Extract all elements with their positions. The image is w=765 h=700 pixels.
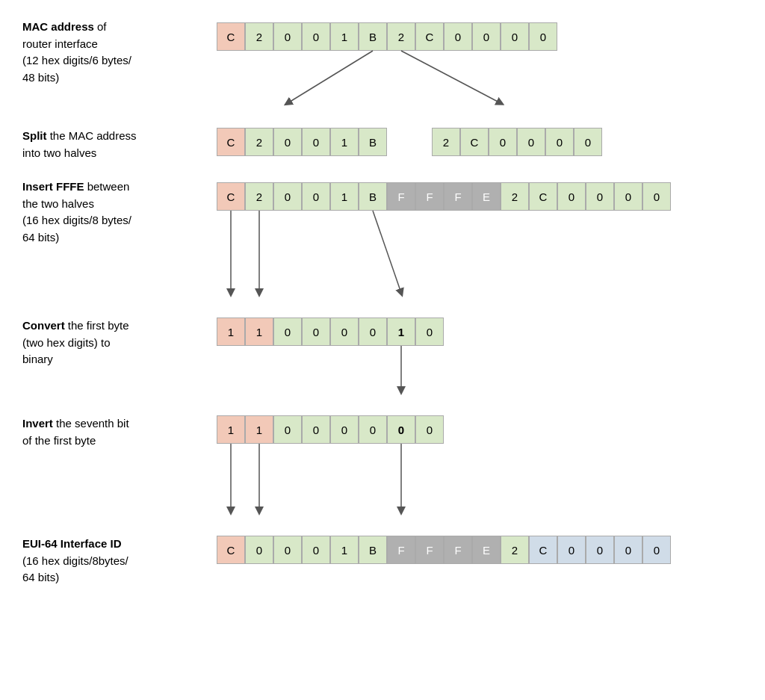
insert-diagram: C 2 0 0 1 B F F F E 2 C 0 0 0 0 bbox=[217, 175, 743, 300]
split-1: 1 bbox=[330, 128, 359, 156]
split-rc: C bbox=[460, 128, 489, 156]
section-invert: Invert the seventh bit of the first byte… bbox=[22, 412, 743, 518]
cell-0c: 0 bbox=[444, 22, 472, 51]
mac-split-arrows bbox=[217, 51, 590, 111]
invert-label-bold: Invert bbox=[22, 417, 53, 430]
cell-c1: C bbox=[217, 22, 245, 51]
ins-0f: 0 bbox=[642, 182, 671, 211]
inv-0d: 0 bbox=[359, 415, 387, 444]
inv-0b: 0 bbox=[302, 415, 330, 444]
split-right-row: 2 C 0 0 0 0 bbox=[432, 128, 602, 156]
conv-0a: 0 bbox=[273, 318, 302, 346]
cell-b: B bbox=[359, 22, 387, 51]
eui64-label-bold: EUI-64 Interface ID bbox=[22, 537, 122, 550]
inv-1a: 1 bbox=[217, 415, 245, 444]
eui-0b: 0 bbox=[273, 536, 302, 564]
section-mac: MAC address of router interface (12 hex … bbox=[22, 15, 743, 111]
invert-eui64-arrows bbox=[217, 444, 680, 518]
convert-hex-row: 1 1 0 0 0 0 1 0 bbox=[217, 318, 444, 346]
main-container: MAC address of router interface (12 hex … bbox=[22, 15, 743, 600]
split-0b: 0 bbox=[302, 128, 330, 156]
convert-label: Convert the first byte (two hex digits) … bbox=[22, 314, 202, 368]
split-b: B bbox=[359, 128, 387, 156]
mac-diagram: C 2 0 0 1 B 2 C 0 0 0 0 bbox=[217, 15, 743, 111]
split-label-bold: Split bbox=[22, 129, 47, 142]
cell-2b: 2 bbox=[387, 22, 415, 51]
inv-0a: 0 bbox=[273, 415, 302, 444]
conv-1b: 1 bbox=[245, 318, 273, 346]
ins-0b: 0 bbox=[302, 182, 330, 211]
eui-0g: 0 bbox=[642, 536, 671, 564]
ins-e: E bbox=[472, 182, 501, 211]
eui-0d: 0 bbox=[557, 536, 586, 564]
section-insert: Insert FFFE between the two halves (16 h… bbox=[22, 175, 743, 300]
ins-f2: F bbox=[415, 182, 444, 211]
mac-label: MAC address of router interface (12 hex … bbox=[22, 15, 202, 86]
conv-0d: 0 bbox=[359, 318, 387, 346]
conv-1a: 1 bbox=[217, 318, 245, 346]
convert-label-bold: Convert bbox=[22, 319, 65, 332]
conv-0c: 0 bbox=[330, 318, 359, 346]
ins-0d: 0 bbox=[586, 182, 614, 211]
split-label: Split the MAC address into two halves bbox=[22, 124, 202, 161]
cell-0e: 0 bbox=[501, 22, 529, 51]
eui-e: E bbox=[472, 536, 501, 564]
cell-2: 2 bbox=[245, 22, 273, 51]
inv-1b: 1 bbox=[245, 415, 273, 444]
eui-1: 1 bbox=[330, 536, 359, 564]
cell-0b: 0 bbox=[302, 22, 330, 51]
section-convert: Convert the first byte (two hex digits) … bbox=[22, 314, 743, 398]
eui-c: C bbox=[217, 536, 245, 564]
invert-diagram: 1 1 0 0 0 0 0 0 bbox=[217, 412, 743, 518]
cell-0f: 0 bbox=[529, 22, 557, 51]
split-r0c: 0 bbox=[545, 128, 574, 156]
split-diagram: C 2 0 0 1 B 2 C 0 0 0 0 bbox=[217, 124, 743, 156]
split-r0a: 0 bbox=[489, 128, 517, 156]
eui64-hex-row: C 0 0 0 1 B F F F E 2 C 0 0 0 0 bbox=[217, 536, 671, 564]
mac-hex-row: C 2 0 0 1 B 2 C 0 0 0 0 bbox=[217, 22, 557, 51]
invert-label: Invert the seventh bit of the first byte bbox=[22, 412, 202, 449]
ins-0c: 0 bbox=[557, 182, 586, 211]
svg-line-4 bbox=[373, 211, 401, 293]
insert-convert-arrows bbox=[217, 211, 680, 300]
ins-0e: 0 bbox=[614, 182, 642, 211]
split-r0b: 0 bbox=[517, 128, 545, 156]
ins-2: 2 bbox=[245, 182, 273, 211]
invert-hex-row: 1 1 0 0 0 0 0 0 bbox=[217, 415, 444, 444]
mac-label-bold: MAC address bbox=[22, 20, 94, 33]
split-0a: 0 bbox=[273, 128, 302, 156]
eui-f3: F bbox=[444, 536, 472, 564]
ins-0a: 0 bbox=[273, 182, 302, 211]
section-split: Split the MAC address into two halves C … bbox=[22, 124, 743, 161]
conv-1-bold: 1 bbox=[387, 318, 415, 346]
eui-cc: C bbox=[529, 536, 557, 564]
convert-invert-arrows bbox=[217, 346, 515, 398]
split-c: C bbox=[217, 128, 245, 156]
cell-0d: 0 bbox=[472, 22, 501, 51]
split-r0d: 0 bbox=[574, 128, 602, 156]
cell-1: 1 bbox=[330, 22, 359, 51]
conv-0e: 0 bbox=[415, 318, 444, 346]
svg-line-1 bbox=[401, 51, 501, 103]
insert-label: Insert FFFE between the two halves (16 h… bbox=[22, 175, 202, 246]
eui-b: B bbox=[359, 536, 387, 564]
conv-0b: 0 bbox=[302, 318, 330, 346]
eui-0e: 0 bbox=[586, 536, 614, 564]
inv-0-bold: 0 bbox=[387, 415, 415, 444]
ins-c: C bbox=[217, 182, 245, 211]
svg-line-0 bbox=[288, 51, 373, 103]
ins-f1: F bbox=[387, 182, 415, 211]
eui64-label: EUI-64 Interface ID (16 hex digits/8byte… bbox=[22, 532, 202, 586]
cell-cc: C bbox=[415, 22, 444, 51]
eui-0f: 0 bbox=[614, 536, 642, 564]
eui-2: 2 bbox=[501, 536, 529, 564]
insert-label-bold: Insert FFFE bbox=[22, 180, 84, 193]
ins-b: B bbox=[359, 182, 387, 211]
insert-hex-row: C 2 0 0 1 B F F F E 2 C 0 0 0 0 bbox=[217, 182, 671, 211]
eui64-diagram: C 0 0 0 1 B F F F E 2 C 0 0 0 0 bbox=[217, 532, 743, 564]
ins-1: 1 bbox=[330, 182, 359, 211]
inv-0c: 0 bbox=[330, 415, 359, 444]
eui-f1: F bbox=[387, 536, 415, 564]
cell-0a: 0 bbox=[273, 22, 302, 51]
eui-0a: 0 bbox=[245, 536, 273, 564]
